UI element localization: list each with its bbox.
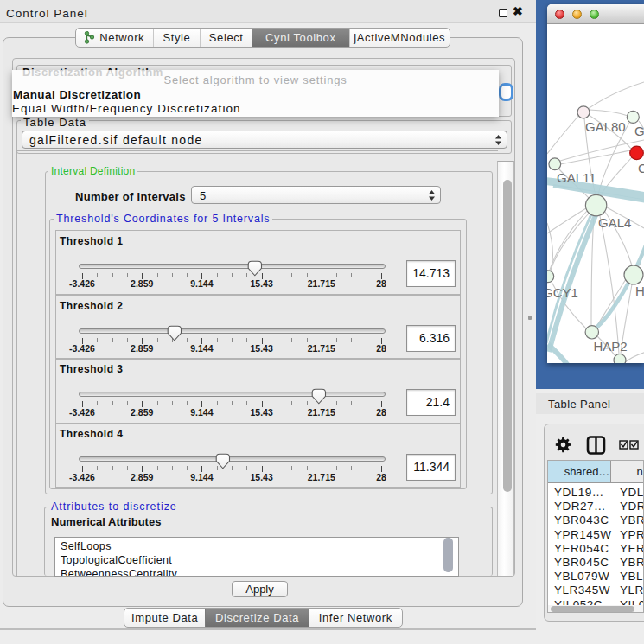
svg-text:H: H xyxy=(635,284,644,298)
svg-text:HAP2: HAP2 xyxy=(594,339,628,354)
svg-text:C: C xyxy=(638,161,644,175)
svg-text:GAL11: GAL11 xyxy=(557,170,596,185)
svg-text:GAL4: GAL4 xyxy=(598,215,631,230)
svg-text:GA: GA xyxy=(634,124,644,138)
svg-text:GAL80: GAL80 xyxy=(585,119,626,134)
svg-text:GCY1: GCY1 xyxy=(547,285,578,300)
